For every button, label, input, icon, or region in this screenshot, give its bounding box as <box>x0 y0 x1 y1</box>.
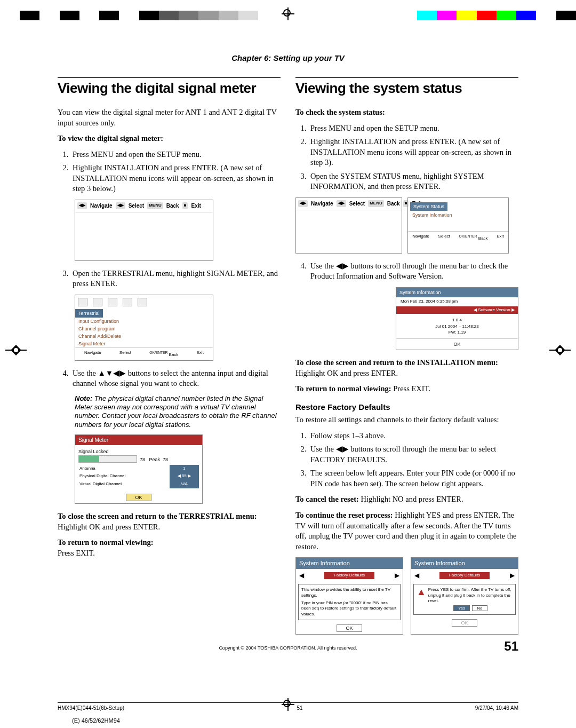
l-step4: Use the ▲▼◀▶ buttons to select the anten… <box>70 368 281 389</box>
factory-left-figure: System Information ◀Factory Defaults▶ Th… <box>295 557 403 635</box>
bottom-model-mark: (E) 46/52/62HM94 <box>72 717 120 724</box>
l-return: To return to normal viewing:Press EXIT. <box>58 537 281 558</box>
foot-mid: 51 <box>297 705 302 711</box>
r-step4: Use the ◀▶ buttons to scroll through the… <box>308 261 518 282</box>
l-close: To close the screen and return to the TE… <box>58 511 281 532</box>
left-heading: Viewing the digital signal meter <box>58 79 281 98</box>
factory-right-figure: System Information ◀Factory Defaults▶ ▲ … <box>411 557 518 635</box>
right-column: Viewing the system status To check the s… <box>295 77 518 635</box>
r-close: To close the screen and return to the IN… <box>295 358 518 378</box>
page-number: 51 <box>504 639 518 654</box>
rs-cancel: To cancel the reset: Highlight NO and pr… <box>295 494 518 505</box>
install-nav-figure-r: ◀▶Navigate ◀▶Select MENUBack ■Exit <box>295 197 402 254</box>
rs-step2: Use the ◀▶ buttons to scroll through the… <box>308 444 518 465</box>
left-column: Viewing the digital signal meter You can… <box>58 77 281 635</box>
restore-intro: To restore all settings and channels to … <box>295 415 518 425</box>
rs-continue: To continue the reset process: Highlight… <box>295 510 518 552</box>
warning-icon: ▲ <box>417 587 426 612</box>
left-sub1: To view the digital signal meter: <box>58 134 163 143</box>
foot-right: 9/27/04, 10:46 AM <box>475 705 518 711</box>
rs-step1: Follow steps 1–3 above. <box>308 431 518 441</box>
side-registration-right <box>549 346 571 354</box>
system-status-menu-figure: System Status System Infomation Navigate… <box>407 197 509 254</box>
r-step3: Open the SYSTEM STATUS menu, highlight S… <box>308 171 518 192</box>
l-step3: Open the TERRESTRIAL menu, highlight SIG… <box>70 268 281 289</box>
signal-meter-figure: Signal Meter Signal Locked 78 Peak 78 An… <box>75 434 203 504</box>
l-note: Note: The physical digital channel numbe… <box>75 394 281 429</box>
r-step2: Highlight INSTALLATION and press ENTER. … <box>308 137 518 168</box>
install-nav-figure: ◀▶Navigate ◀▶Select MENUBack ■Exit <box>75 200 213 261</box>
r-step1: Press MENU and open the SETUP menu. <box>308 123 518 134</box>
print-footer: HMX94(E)044-51(6b-Setup) 51 9/27/04, 10:… <box>58 702 518 711</box>
r-sub1: To check the system status: <box>295 108 385 116</box>
registration-mark-top <box>282 7 294 20</box>
terrestrial-menu-figure: Terrestrial Input Configuration Channel … <box>75 295 213 361</box>
system-info-figure: System Information Mon Feb 23, 2004 6:35… <box>396 287 518 350</box>
page-body: Chapter 6: Setting up your TV Viewing th… <box>58 53 518 651</box>
foot-left: HMX94(E)044-51(6b-Setup) <box>58 705 124 711</box>
left-intro: You can view the digital signal meter fo… <box>58 107 281 128</box>
copyright: Copyright © 2004 TOSHIBA CORPORATION. Al… <box>58 645 518 651</box>
l-step1: Press MENU and open the SETUP menu. <box>70 149 281 160</box>
restore-heading: Restore Factory Defaults <box>295 402 518 413</box>
rs-step3: The screen below left appears. Enter you… <box>308 468 518 489</box>
side-registration-left <box>5 346 27 354</box>
chapter-title: Chapter 6: Setting up your TV <box>58 53 518 62</box>
right-heading: Viewing the system status <box>295 79 518 98</box>
r-return: To return to normal viewing: Press EXIT. <box>295 384 518 394</box>
l-step2: Highlight INSTALLATION and press ENTER. … <box>70 163 281 194</box>
